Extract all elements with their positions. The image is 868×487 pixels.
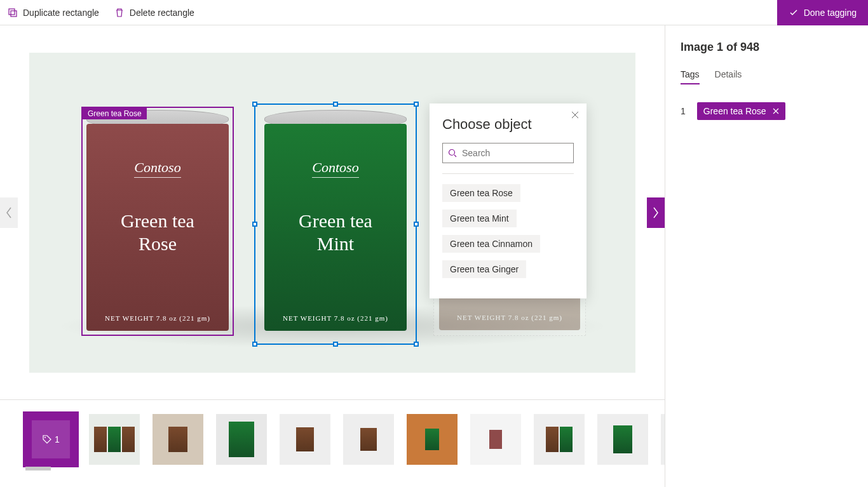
thumbnail[interactable] bbox=[597, 414, 648, 465]
thumbnail-tag-count: 1 bbox=[55, 434, 60, 444]
thumbnail[interactable] bbox=[470, 414, 521, 465]
tag-icon bbox=[42, 434, 52, 444]
duplicate-rectangle-button[interactable]: Duplicate rectangle bbox=[8, 8, 99, 18]
delete-label: Delete rectangle bbox=[130, 8, 194, 18]
delete-rectangle-button[interactable]: Delete rectangle bbox=[114, 8, 194, 18]
trash-icon bbox=[114, 8, 125, 18]
done-tagging-button[interactable]: Done tagging bbox=[777, 0, 868, 25]
popover-title: Choose object bbox=[442, 116, 574, 133]
resize-handle[interactable] bbox=[414, 342, 419, 347]
thumbnail-active[interactable]: 1 bbox=[25, 414, 76, 465]
main-canvas-area: Contoso Green tea Rose NET WEIGHT 7.8 oz… bbox=[0, 25, 665, 399]
tab-details[interactable]: Details bbox=[715, 69, 742, 84]
weight-label: NET WEIGHT 7.8 oz (221 gm) bbox=[457, 314, 562, 321]
tag-option[interactable]: Green tea Cinnamon bbox=[442, 235, 540, 253]
resize-handle[interactable] bbox=[414, 102, 419, 107]
resize-handle[interactable] bbox=[252, 102, 257, 107]
tag-count: 1 bbox=[681, 106, 686, 116]
duplicate-icon bbox=[8, 8, 18, 18]
tag-option[interactable]: Green tea Ginger bbox=[442, 260, 526, 278]
thumbnail[interactable] bbox=[661, 414, 665, 465]
tag-option[interactable]: Green tea Mint bbox=[442, 210, 517, 227]
choose-object-popover: Choose object Green tea Rose Green tea M… bbox=[430, 103, 587, 298]
close-popover-button[interactable] bbox=[571, 111, 579, 119]
chevron-right-icon bbox=[652, 206, 660, 219]
thumbnail[interactable] bbox=[407, 414, 458, 465]
next-image-button[interactable] bbox=[647, 197, 665, 228]
remove-tag-icon[interactable] bbox=[773, 108, 779, 114]
tag-option[interactable]: Green tea Rose bbox=[442, 184, 520, 202]
tag-chip-label: Green tea Rose bbox=[703, 106, 766, 116]
bounding-box-tagged[interactable]: Green tea Rose bbox=[81, 107, 234, 336]
thumbnail[interactable] bbox=[534, 414, 585, 465]
resize-handle[interactable] bbox=[252, 342, 257, 347]
resize-handle[interactable] bbox=[414, 222, 419, 227]
check-icon bbox=[789, 8, 799, 18]
top-toolbar: Duplicate rectangle Delete rectangle bbox=[0, 0, 868, 25]
image-counter: Image 1 of 948 bbox=[681, 41, 853, 54]
filmstrip: 1 bbox=[0, 399, 665, 487]
svg-point-2 bbox=[449, 149, 455, 155]
search-input-wrapper[interactable] bbox=[442, 143, 574, 163]
bounding-box-selected[interactable] bbox=[254, 103, 417, 345]
image-canvas[interactable]: Contoso Green tea Rose NET WEIGHT 7.8 oz… bbox=[29, 53, 635, 373]
prev-image-button[interactable] bbox=[0, 197, 18, 228]
tag-row: 1 Green tea Rose bbox=[681, 102, 853, 120]
search-input[interactable] bbox=[462, 148, 573, 158]
filmstrip-scrollbar[interactable] bbox=[25, 467, 51, 470]
resize-handle[interactable] bbox=[333, 102, 338, 107]
close-icon bbox=[571, 111, 579, 119]
tab-tags[interactable]: Tags bbox=[681, 69, 700, 84]
duplicate-label: Duplicate rectangle bbox=[23, 8, 99, 18]
resize-handle[interactable] bbox=[252, 222, 257, 227]
thumbnail[interactable] bbox=[89, 414, 140, 465]
panel-tabs: Tags Details bbox=[681, 69, 853, 84]
bbox-tag-label: Green tea Rose bbox=[83, 108, 147, 119]
detail-panel: Image 1 of 948 Tags Details 1 Green tea … bbox=[665, 25, 868, 487]
svg-rect-0 bbox=[9, 9, 15, 15]
divider bbox=[442, 173, 574, 174]
svg-point-3 bbox=[44, 437, 46, 438]
svg-rect-1 bbox=[11, 11, 17, 17]
thumbnail[interactable] bbox=[343, 414, 394, 465]
thumbnail[interactable] bbox=[280, 414, 330, 465]
thumbnail[interactable] bbox=[216, 414, 267, 465]
resize-handle[interactable] bbox=[333, 342, 338, 347]
chevron-left-icon bbox=[5, 206, 13, 219]
tag-chip[interactable]: Green tea Rose bbox=[697, 102, 785, 120]
search-icon bbox=[448, 149, 457, 157]
thumbnail[interactable] bbox=[153, 414, 203, 465]
done-label: Done tagging bbox=[804, 8, 857, 18]
